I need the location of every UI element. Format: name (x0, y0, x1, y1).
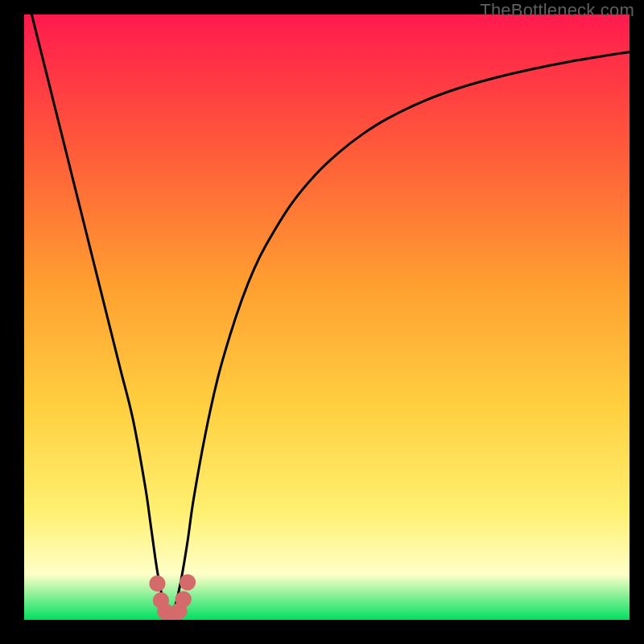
curve-marker (180, 574, 196, 590)
watermark-text: TheBottleneck.com (480, 0, 634, 21)
chart-frame (24, 14, 630, 620)
gradient-background (24, 14, 630, 620)
bottleneck-chart (24, 14, 630, 620)
curve-marker (149, 576, 165, 592)
curve-marker (175, 591, 192, 607)
